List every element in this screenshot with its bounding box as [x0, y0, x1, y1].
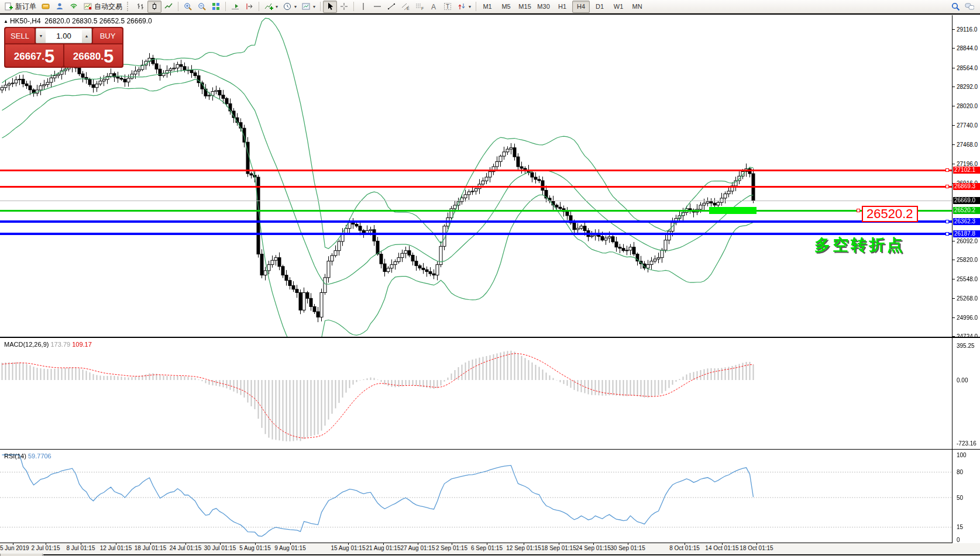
horizontal-line-26362.3[interactable] — [0, 220, 952, 223]
arrows-tool-button[interactable]: ▾ — [455, 1, 473, 13]
fibonacci-tool-button[interactable]: F — [412, 1, 427, 13]
auto-scroll-button[interactable] — [228, 1, 242, 13]
fibonacci-icon: F — [415, 2, 424, 11]
price-chart-canvas[interactable] — [0, 15, 952, 337]
zoom-out-button[interactable] — [195, 1, 209, 13]
buy-button[interactable]: BUY — [93, 28, 122, 43]
dropdown-caret: ▾ — [276, 4, 278, 9]
signals-button[interactable] — [67, 1, 81, 13]
add-indicator-icon — [264, 2, 273, 11]
timeframe-M30[interactable]: M30 — [535, 1, 552, 13]
line-anchor-handle[interactable] — [945, 185, 949, 188]
cursor-tool-button[interactable] — [323, 1, 337, 13]
green-highlight-rectangle[interactable] — [709, 207, 757, 214]
auto-scroll-icon — [231, 2, 240, 11]
price-tick-mark — [953, 241, 955, 241]
price-tick-label: 25268.0 — [957, 295, 978, 302]
periods-button[interactable]: ▾ — [280, 1, 299, 13]
toolbar-separator — [259, 2, 259, 11]
line-anchor-handle[interactable] — [945, 168, 949, 172]
channel-tool-button[interactable]: E — [398, 1, 412, 13]
sell-button[interactable]: SELL — [5, 28, 35, 43]
timeframe-M5[interactable]: M5 — [497, 1, 515, 13]
bar-chart-type-button[interactable] — [133, 1, 147, 13]
horizontal-line-26869.3[interactable] — [0, 186, 952, 188]
price-tick-mark — [953, 164, 955, 164]
horizontal-line-26520.2[interactable] — [0, 210, 952, 212]
sell-price-display[interactable]: 26667.5 — [5, 44, 63, 67]
timeframe-H4[interactable]: H4 — [572, 1, 590, 13]
navigator-button[interactable] — [53, 1, 67, 13]
date-label: 8 Jul 01:15 — [67, 545, 95, 551]
timeframe-M1[interactable]: M1 — [479, 1, 496, 13]
volume-input[interactable] — [46, 29, 82, 43]
price-tick-mark — [953, 336, 955, 337]
tile-windows-button[interactable] — [209, 1, 223, 13]
label-anchor-handle[interactable] — [857, 209, 860, 212]
horizontal-line-26669.0[interactable] — [0, 201, 952, 201]
price-tag-26187.8: 26187.8 — [953, 230, 980, 237]
line-anchor-handle[interactable] — [945, 232, 949, 236]
price-tick-mark — [953, 144, 955, 145]
vertical-line-tool-button[interactable] — [356, 1, 370, 13]
zoom-in-button[interactable] — [181, 1, 195, 13]
market-watch-button[interactable] — [39, 1, 53, 13]
candlestick-type-button[interactable] — [147, 1, 161, 13]
one-click-panel-arrow[interactable]: ▲ — [4, 19, 8, 24]
buy-price-frac: 5 — [104, 47, 114, 65]
price-tag-26520.2: 26520.2 — [953, 207, 980, 214]
timeframe-D1[interactable]: D1 — [591, 1, 608, 13]
new-order-icon — [4, 2, 13, 11]
volume-increase-button[interactable]: ▲ — [82, 29, 91, 43]
templates-button[interactable]: ▾ — [299, 1, 318, 13]
label-tool-button[interactable]: T — [441, 1, 455, 13]
crosshair-tool-button[interactable] — [337, 1, 351, 13]
chat-bubbles-icon — [965, 2, 974, 11]
mt4-trading-terminal: 新订单 自动交易 — [0, 0, 980, 556]
price-axis: 29116.028844.028564.028292.028020.027740… — [952, 15, 980, 337]
rsi-axis: 1008050150 — [952, 450, 980, 543]
toolbar-separator — [320, 2, 321, 11]
line-chart-type-button[interactable] — [161, 1, 176, 13]
new-order-button[interactable]: 新订单 — [2, 1, 39, 13]
search-button[interactable] — [948, 1, 962, 13]
toolbar-right-group — [948, 1, 976, 13]
date-label: 18 Jul 01:15 — [135, 545, 167, 551]
horizontal-line-tool-button[interactable] — [370, 1, 384, 13]
chat-button[interactable] — [962, 1, 976, 13]
text-tool-button[interactable]: A — [427, 1, 441, 13]
horizontal-line-26187.8[interactable] — [0, 233, 952, 235]
trendline-tool-button[interactable] — [384, 1, 398, 13]
macd-canvas[interactable] — [0, 338, 952, 449]
price-tick-label: 28564.0 — [957, 64, 978, 71]
date-label: 15 Aug 01:15 — [331, 545, 366, 551]
date-label: 18 Sep 01:15 — [541, 545, 576, 551]
horizontal-line-27102.1[interactable] — [0, 170, 952, 171]
vertical-line-icon — [359, 2, 368, 11]
zoom-in-icon — [183, 2, 192, 11]
rsi-axis-label: 80 — [957, 469, 963, 475]
clock-icon — [283, 2, 292, 11]
zoom-out-icon — [197, 2, 207, 11]
auto-trading-button[interactable]: 自动交易 — [81, 1, 125, 13]
timeframe-M15[interactable]: M15 — [516, 1, 534, 13]
add-indicator-button[interactable]: ▾ — [262, 1, 280, 13]
date-label: 9 Aug 01:15 — [274, 545, 305, 551]
date-label: 18 Oct 01:15 — [740, 545, 773, 551]
svg-text:E: E — [407, 6, 410, 11]
level-price-label[interactable]: 26520.2 — [862, 206, 918, 222]
date-label: 12 Sep 01:15 — [506, 545, 541, 551]
price-tick-label: 25548.0 — [957, 275, 978, 282]
macd-main-value: 173.79 — [50, 341, 70, 348]
timeframe-H1[interactable]: H1 — [553, 1, 571, 13]
rsi-canvas[interactable] — [0, 450, 952, 543]
timeframe-MN[interactable]: MN — [628, 1, 646, 13]
svg-text:T: T — [446, 4, 449, 10]
line-anchor-handle[interactable] — [945, 220, 949, 223]
price-tick-mark — [953, 279, 955, 279]
chart-shift-button[interactable] — [242, 1, 256, 13]
volume-decrease-button[interactable]: ▼ — [36, 29, 46, 43]
timeframe-W1[interactable]: W1 — [610, 1, 627, 13]
turning-point-annotation[interactable]: 多空转折点 — [814, 234, 905, 255]
buy-price-display[interactable]: 26680.5 — [64, 44, 122, 67]
